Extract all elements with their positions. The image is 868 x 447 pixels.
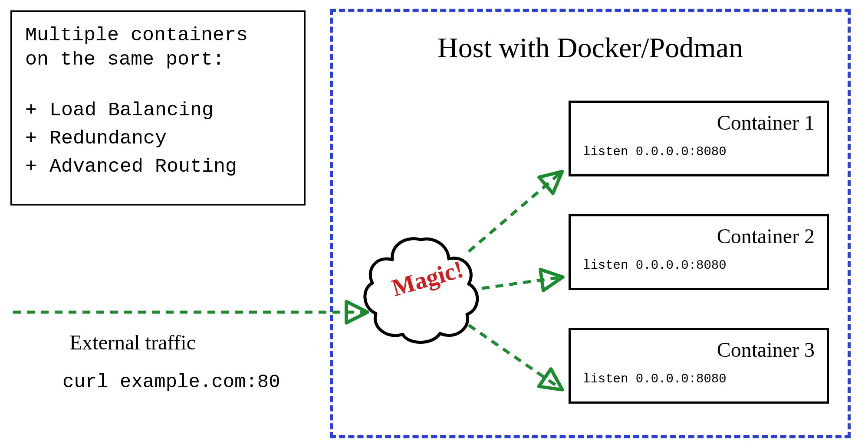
- container-box-3: Container 3 listen 0.0.0.0:8080: [569, 328, 829, 404]
- info-box: Multiple containers on the same port: + …: [10, 10, 306, 206]
- info-bullet: + Advanced Routing: [25, 153, 291, 181]
- container-title: Container 2: [583, 224, 815, 248]
- external-traffic-command: curl example.com:80: [62, 371, 280, 393]
- bullet-prefix: +: [25, 153, 49, 181]
- info-bullet: + Load Balancing: [25, 96, 291, 124]
- info-title: Multiple containers on the same port:: [25, 23, 291, 72]
- info-bullets: + Load Balancing + Redundancy + Advanced…: [25, 96, 291, 181]
- info-bullet: + Redundancy: [25, 124, 291, 153]
- bullet-text: Advanced Routing: [49, 153, 237, 181]
- bullet-prefix: +: [25, 124, 49, 153]
- diagram-root: Multiple containers on the same port: + …: [0, 0, 868, 447]
- host-title: Host with Docker/Podman: [333, 31, 848, 64]
- container-listen: listen 0.0.0.0:8080: [583, 372, 815, 386]
- container-box-2: Container 2 listen 0.0.0.0:8080: [569, 214, 829, 290]
- bullet-text: Redundancy: [49, 124, 167, 153]
- bullet-prefix: +: [25, 96, 49, 124]
- container-listen: listen 0.0.0.0:8080: [583, 258, 815, 273]
- container-title: Container 3: [583, 338, 815, 362]
- external-traffic-label: External traffic: [69, 330, 196, 354]
- container-title: Container 1: [583, 111, 815, 134]
- container-box-1: Container 1 listen 0.0.0.0:8080: [569, 101, 829, 176]
- bullet-text: Load Balancing: [49, 96, 214, 124]
- container-listen: listen 0.0.0.0:8080: [583, 145, 815, 159]
